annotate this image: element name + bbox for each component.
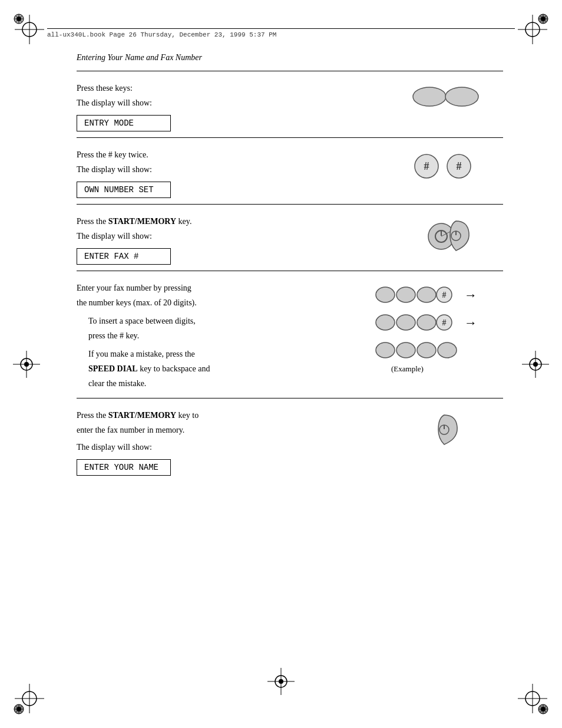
section3-prefix: Press the xyxy=(77,217,108,226)
section5-display-box: ENTER YOUR NAME xyxy=(77,459,171,476)
section1-instruction: Press these keys: xyxy=(77,82,379,94)
section4-sub1-line1: To insert a space between digits, xyxy=(88,315,368,327)
svg-text:#: # xyxy=(442,318,447,327)
section2-display-label: The display will show: xyxy=(77,163,379,176)
svg-point-48 xyxy=(413,87,446,106)
section2-instruction: Press the # key twice. xyxy=(77,149,379,161)
svg-point-65 xyxy=(396,315,415,330)
section4-arrow2: → xyxy=(464,315,477,331)
svg-point-61 xyxy=(417,287,436,302)
section-own-number: Press the # key twice. The display will … xyxy=(77,137,503,204)
section4-icon-row2: # → xyxy=(373,312,477,333)
section2-text: Press the # key twice. The display will … xyxy=(77,149,379,198)
section4-main-line2: the number keys (max. of 20 digits). xyxy=(77,297,368,309)
section1-text: Press these keys: The display will show:… xyxy=(77,82,379,131)
svg-point-66 xyxy=(417,315,436,330)
section3-suffix: key. xyxy=(176,217,191,226)
example-label: (Example) xyxy=(391,363,424,375)
svg-point-47 xyxy=(279,679,283,684)
section4-text: Enter your fax number by pressing the nu… xyxy=(77,282,368,392)
section5-text: Press the START/MEMORY key to enter the … xyxy=(77,409,379,476)
svg-point-71 xyxy=(417,342,436,358)
section4-sub1-line2: press the # key. xyxy=(88,330,368,342)
section5-display-label: The display will show: xyxy=(77,441,379,453)
corner-registration-tl xyxy=(12,12,47,47)
header-bar: all-ux340L.book Page 26 Thursday, Decemb… xyxy=(47,28,515,38)
section4-sub2-line2: SPEED DIAL key to backspace and xyxy=(88,363,368,375)
side-registration-right xyxy=(521,350,550,379)
section-fax-number: Enter your fax number by pressing the nu… xyxy=(77,271,503,398)
section1-display-label: The display will show: xyxy=(77,97,379,109)
section4-icon-row3: (Example) xyxy=(373,340,465,377)
section4-arrow1: → xyxy=(464,288,477,303)
svg-text:#: # xyxy=(442,291,447,299)
section-enter-name: Press the START/MEMORY key to enter the … xyxy=(77,398,503,482)
svg-point-64 xyxy=(376,315,395,330)
section-enter-fax: Press the START/MEMORY key. The display … xyxy=(77,204,503,271)
section3-display-box: ENTER FAX # xyxy=(77,248,171,265)
section4-sub1: To insert a space between digits, press … xyxy=(77,315,368,342)
svg-point-59 xyxy=(376,287,395,302)
section1-icons xyxy=(385,82,503,108)
section4-icon-row1: # → xyxy=(373,285,477,305)
section1-display-box: ENTRY MODE xyxy=(77,115,171,131)
main-content: Press these keys: The display will show:… xyxy=(77,71,503,669)
section4-sub2: If you make a mistake, press the SPEED D… xyxy=(77,348,368,390)
section2-display-box: OWN NUMBER SET xyxy=(77,182,171,198)
svg-text:#: # xyxy=(424,160,429,172)
file-info: all-ux340L.book Page 26 Thursday, Decemb… xyxy=(47,31,276,38)
svg-point-69 xyxy=(376,342,395,358)
svg-point-60 xyxy=(396,287,415,302)
corner-registration-br xyxy=(515,681,550,716)
svg-point-49 xyxy=(445,87,478,106)
corner-registration-tr xyxy=(515,12,550,47)
section2-icons: # # xyxy=(385,149,503,181)
svg-point-70 xyxy=(396,342,415,358)
section3-display-label: The display will show: xyxy=(77,230,379,242)
section3-text: Press the START/MEMORY key. The display … xyxy=(77,215,379,265)
section3-icons xyxy=(385,215,503,253)
svg-text:#: # xyxy=(457,160,462,172)
page-title: Entering Your Name and Fax Number xyxy=(77,53,202,62)
section4-sub2-line1: If you make a mistake, press the xyxy=(88,348,368,360)
svg-point-39 xyxy=(24,362,29,367)
section5-icons xyxy=(385,409,503,447)
bottom-center-registration xyxy=(266,667,296,699)
svg-point-72 xyxy=(438,342,457,358)
section-entry-mode: Press these keys: The display will show:… xyxy=(77,71,503,137)
side-registration-left xyxy=(12,350,41,379)
section4-speed-dial: SPEED DIAL xyxy=(88,364,138,373)
section5-instruction-line3: enter the fax number in memory. xyxy=(77,424,379,436)
section3-instruction: Press the START/MEMORY key. xyxy=(77,215,379,228)
section4-main-line1: Enter your fax number by pressing xyxy=(77,282,368,294)
section3-bold: START/MEMORY xyxy=(108,217,176,226)
section4-icons: # → # → xyxy=(373,282,503,377)
corner-registration-bl xyxy=(12,681,47,716)
section4-sub2-line3: clear the mistake. xyxy=(88,377,368,390)
svg-point-43 xyxy=(533,362,538,367)
section5-instruction: Press the START/MEMORY key to xyxy=(77,409,379,421)
